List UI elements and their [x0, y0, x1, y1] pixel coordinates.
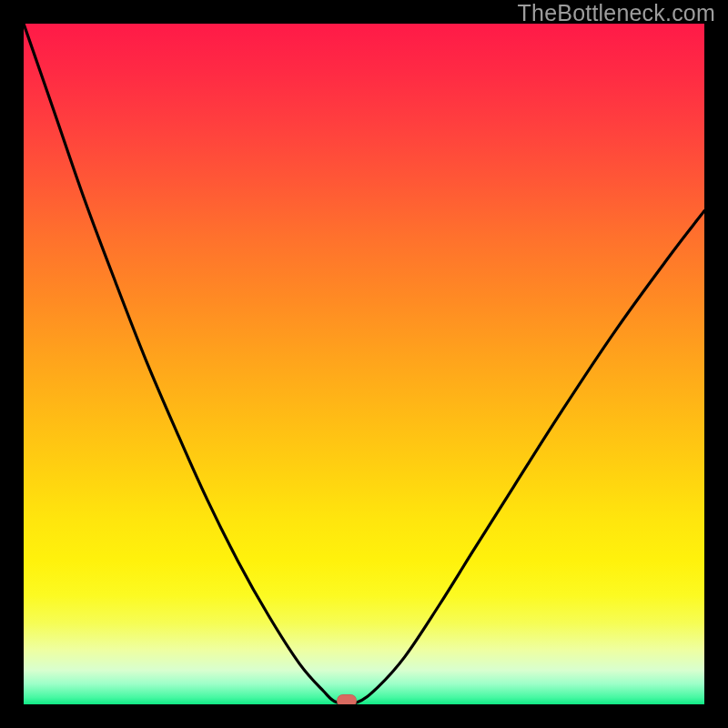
watermark-text: TheBottleneck.com [518, 0, 715, 26]
curve-path [24, 24, 704, 704]
optimum-marker [337, 694, 357, 704]
plot-area [24, 24, 704, 704]
bottleneck-curve [24, 24, 704, 704]
chart-frame: TheBottleneck.com [0, 0, 728, 728]
